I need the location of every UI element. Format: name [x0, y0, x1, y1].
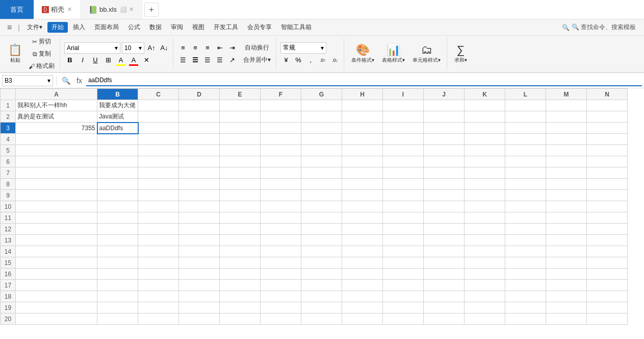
cell-J14[interactable]: [424, 246, 465, 257]
cell-I13[interactable]: [383, 235, 424, 246]
font-decrease-button[interactable]: A↓: [159, 42, 170, 54]
cell-I19[interactable]: [383, 302, 424, 313]
cell-G6[interactable]: [301, 156, 342, 167]
ribbon-item-start[interactable]: 开始: [47, 22, 68, 33]
cell-F6[interactable]: [261, 156, 301, 167]
text-rotate-button[interactable]: ↗: [226, 55, 238, 66]
cell-M7[interactable]: [546, 167, 587, 179]
cell-N13[interactable]: [587, 235, 628, 246]
cell-M3[interactable]: [546, 123, 587, 134]
cell-E19[interactable]: [220, 302, 261, 313]
cell-C7[interactable]: [138, 167, 179, 179]
cell-J20[interactable]: [424, 313, 465, 325]
cell-I18[interactable]: [383, 291, 424, 302]
cell-D4[interactable]: [179, 134, 220, 145]
cell-I3[interactable]: [383, 123, 424, 134]
cell-N8[interactable]: [587, 179, 628, 190]
cell-F15[interactable]: [261, 257, 301, 269]
cell-J12[interactable]: [424, 224, 465, 235]
percent-button[interactable]: %: [293, 55, 304, 66]
row-header-7[interactable]: 7: [1, 167, 16, 179]
cell-G12[interactable]: [301, 224, 342, 235]
font-increase-button[interactable]: A↑: [146, 42, 157, 54]
col-header-I[interactable]: I: [383, 89, 424, 100]
cell-I12[interactable]: [383, 224, 424, 235]
cell-C11[interactable]: [138, 212, 179, 224]
cell-A14[interactable]: [16, 246, 97, 257]
cell-F2[interactable]: [261, 111, 301, 123]
cell-L6[interactable]: [505, 156, 546, 167]
cell-B12[interactable]: [97, 224, 138, 235]
cell-A20[interactable]: [16, 313, 97, 325]
cell-J19[interactable]: [424, 302, 465, 313]
cell-H14[interactable]: [342, 246, 383, 257]
cell-J13[interactable]: [424, 235, 465, 246]
cell-K9[interactable]: [465, 190, 505, 201]
cell-L8[interactable]: [505, 179, 546, 190]
cell-E17[interactable]: [220, 280, 261, 291]
cell-D5[interactable]: [179, 145, 220, 156]
cell-A18[interactable]: [16, 291, 97, 302]
row-header-1[interactable]: 1: [1, 100, 16, 111]
cell-G15[interactable]: [301, 257, 342, 269]
cell-E10[interactable]: [220, 201, 261, 212]
underline-button[interactable]: U: [90, 55, 101, 66]
cell-N9[interactable]: [587, 190, 628, 201]
cell-H4[interactable]: [342, 134, 383, 145]
cell-C16[interactable]: [138, 269, 179, 280]
cell-A6[interactable]: [16, 156, 97, 167]
cell-C13[interactable]: [138, 235, 179, 246]
cell-L4[interactable]: [505, 134, 546, 145]
cell-M8[interactable]: [546, 179, 587, 190]
cell-L11[interactable]: [505, 212, 546, 224]
cell-K15[interactable]: [465, 257, 505, 269]
cell-J18[interactable]: [424, 291, 465, 302]
cell-L2[interactable]: [505, 111, 546, 123]
cell-N14[interactable]: [587, 246, 628, 257]
cell-H16[interactable]: [342, 269, 383, 280]
col-header-M[interactable]: M: [546, 89, 587, 100]
cell-F3[interactable]: [261, 123, 301, 134]
grid-scroll[interactable]: ABCDEFGHIJKLMN1我和别人不一样hh我要成为大佬2真的是在测试Jav…: [0, 88, 644, 339]
cell-G11[interactable]: [301, 212, 342, 224]
cell-F19[interactable]: [261, 302, 301, 313]
cell-B2[interactable]: Java测试: [97, 111, 138, 123]
cell-E1[interactable]: [220, 100, 261, 111]
cell-C10[interactable]: [138, 201, 179, 212]
cell-K12[interactable]: [465, 224, 505, 235]
cell-E12[interactable]: [220, 224, 261, 235]
cell-K19[interactable]: [465, 302, 505, 313]
row-header-3[interactable]: 3: [1, 123, 16, 134]
cell-M2[interactable]: [546, 111, 587, 123]
row-header-4[interactable]: 4: [1, 134, 16, 145]
cell-H7[interactable]: [342, 167, 383, 179]
cell-reference-box[interactable]: B3 ▾: [2, 75, 53, 86]
cell-B19[interactable]: [97, 302, 138, 313]
cell-D17[interactable]: [179, 280, 220, 291]
cell-F18[interactable]: [261, 291, 301, 302]
cell-K7[interactable]: [465, 167, 505, 179]
cell-M20[interactable]: [546, 313, 587, 325]
cell-J3[interactable]: [424, 123, 465, 134]
cell-L1[interactable]: [505, 100, 546, 111]
cell-N20[interactable]: [587, 313, 628, 325]
cell-F10[interactable]: [261, 201, 301, 212]
col-header-E[interactable]: E: [220, 89, 261, 100]
cell-F13[interactable]: [261, 235, 301, 246]
col-header-K[interactable]: K: [465, 89, 505, 100]
cell-N6[interactable]: [587, 156, 628, 167]
cell-I1[interactable]: [383, 100, 424, 111]
cell-M9[interactable]: [546, 190, 587, 201]
cell-J7[interactable]: [424, 167, 465, 179]
ribbon-item-data[interactable]: 数据: [145, 22, 166, 33]
col-header-B[interactable]: B: [97, 89, 138, 100]
cell-K11[interactable]: [465, 212, 505, 224]
align-top-left-button[interactable]: ≡: [177, 42, 189, 54]
cell-I16[interactable]: [383, 269, 424, 280]
cell-H10[interactable]: [342, 201, 383, 212]
cell-M14[interactable]: [546, 246, 587, 257]
cell-I10[interactable]: [383, 201, 424, 212]
cell-H11[interactable]: [342, 212, 383, 224]
cell-K17[interactable]: [465, 280, 505, 291]
cell-G17[interactable]: [301, 280, 342, 291]
